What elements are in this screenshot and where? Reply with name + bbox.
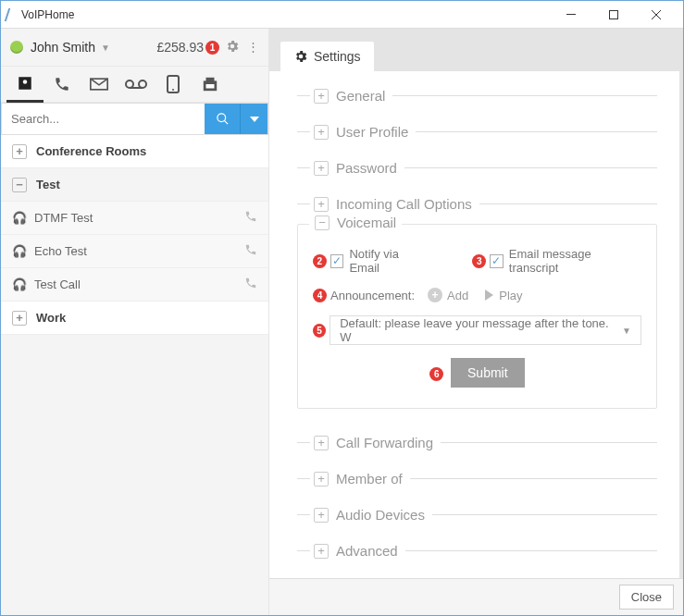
section-user-profile[interactable]: +User Profile xyxy=(297,124,657,140)
group-conference-rooms[interactable]: + Conference Rooms xyxy=(1,135,268,168)
section-general[interactable]: +General xyxy=(297,88,657,104)
chevron-down-icon: ▼ xyxy=(622,326,631,336)
section-password[interactable]: +Password xyxy=(297,160,657,176)
svg-rect-11 xyxy=(206,78,215,82)
callout-3: 3 xyxy=(472,254,486,268)
minimize-button[interactable] xyxy=(550,1,592,28)
balance-value: £258.93 xyxy=(156,40,204,55)
search-input[interactable] xyxy=(2,104,205,134)
contact-echo-test[interactable]: 🎧 Echo Test xyxy=(1,235,268,268)
contact-label: Test Call xyxy=(34,277,81,291)
presence-indicator-icon[interactable] xyxy=(10,41,23,54)
headset-icon: 🎧 xyxy=(12,211,27,225)
svg-line-14 xyxy=(224,120,228,124)
svg-point-6 xyxy=(139,80,146,88)
dropdown-value: Default: please leave your message after… xyxy=(340,316,622,344)
search-row xyxy=(1,103,268,135)
phone-icon[interactable] xyxy=(244,210,257,226)
contact-label: DTMF Test xyxy=(34,211,93,225)
callout-6: 6 xyxy=(429,367,443,381)
search-filter-button[interactable] xyxy=(240,104,267,134)
callout-1: 1 xyxy=(205,41,219,55)
group-label: Work xyxy=(36,311,66,325)
svg-rect-0 xyxy=(566,14,576,15)
svg-rect-1 xyxy=(610,10,618,18)
section-call-forwarding[interactable]: +Call Forwarding xyxy=(297,435,657,450)
phone-icon[interactable] xyxy=(244,243,257,259)
footer: Close xyxy=(269,578,683,615)
sidebar: John Smith ▼ £258.93 1 ⋮ + Conference Ro… xyxy=(1,29,269,615)
user-menu-chevron-icon[interactable]: ▼ xyxy=(101,43,110,53)
section-incoming-call[interactable]: +Incoming Call Options xyxy=(297,196,657,212)
svg-point-13 xyxy=(217,114,225,122)
group-label: Test xyxy=(36,178,60,191)
voicemail-tab-icon[interactable] xyxy=(118,66,155,103)
group-label: Conference Rooms xyxy=(36,144,146,158)
voicemail-header[interactable]: −Voicemail xyxy=(309,215,402,230)
plus-icon: + xyxy=(428,288,442,302)
play-icon xyxy=(485,290,493,301)
tab-settings[interactable]: Settings xyxy=(280,42,374,71)
collapse-icon: − xyxy=(12,178,27,192)
tab-label: Settings xyxy=(314,49,361,64)
expand-icon: + xyxy=(12,144,27,159)
callout-2: 2 xyxy=(313,254,327,268)
group-test[interactable]: − Test xyxy=(1,168,268,202)
callout-4: 4 xyxy=(313,289,327,302)
calls-tab-icon[interactable] xyxy=(44,66,81,103)
more-menu-icon[interactable]: ⋮ xyxy=(247,45,259,49)
mobile-tab-icon[interactable] xyxy=(155,66,192,103)
announcement-label: Announcement: xyxy=(330,289,415,302)
svg-rect-12 xyxy=(206,84,215,89)
svg-point-3 xyxy=(23,80,28,84)
submit-button[interactable]: Submit xyxy=(451,358,525,388)
app-title: VoIPHome xyxy=(21,8,74,21)
search-button[interactable] xyxy=(205,104,240,134)
headset-icon: 🎧 xyxy=(12,277,27,291)
contact-test-call[interactable]: 🎧 Test Call xyxy=(1,268,268,302)
transcript-checkbox[interactable]: ✓ xyxy=(490,254,504,268)
contact-dtmf-test[interactable]: 🎧 DTMF Test xyxy=(1,202,268,235)
section-member-of[interactable]: +Member of xyxy=(297,471,657,487)
settings-gear-icon[interactable] xyxy=(225,39,240,56)
app-icon xyxy=(5,8,19,21)
expand-icon: + xyxy=(12,311,27,326)
callout-5: 5 xyxy=(313,324,326,338)
section-audio-devices[interactable]: +Audio Devices xyxy=(297,507,657,523)
title-bar: VoIPHome xyxy=(1,1,683,29)
announcement-select[interactable]: Default: please leave your message after… xyxy=(330,315,641,345)
gear-icon xyxy=(293,49,308,64)
section-voicemail: −Voicemail 2 ✓ Notify via Email 3 ✓ Emai… xyxy=(297,224,657,409)
close-button[interactable]: Close xyxy=(619,585,674,610)
messages-tab-icon[interactable] xyxy=(81,66,118,103)
section-advanced[interactable]: +Advanced xyxy=(297,543,657,559)
phone-icon[interactable] xyxy=(244,277,257,292)
close-window-button[interactable] xyxy=(635,1,678,28)
notify-email-checkbox[interactable]: ✓ xyxy=(330,254,344,268)
svg-point-5 xyxy=(126,80,133,88)
nav-tabs xyxy=(1,66,268,103)
main-panel: Settings +General +User Profile +Passwor… xyxy=(269,29,683,615)
settings-panel[interactable]: +General +User Profile +Password +Incomi… xyxy=(269,71,679,578)
play-announcement-button[interactable]: Play xyxy=(485,289,522,302)
svg-point-9 xyxy=(172,89,174,91)
user-name[interactable]: John Smith xyxy=(31,40,95,55)
transcript-label: Email message transcript xyxy=(509,247,641,275)
notify-email-label: Notify via Email xyxy=(349,247,430,275)
contacts-tab-icon[interactable] xyxy=(6,66,44,103)
contact-label: Echo Test xyxy=(34,244,87,258)
fax-tab-icon[interactable] xyxy=(192,66,229,103)
group-work[interactable]: + Work xyxy=(1,302,268,335)
headset-icon: 🎧 xyxy=(12,244,27,258)
maximize-button[interactable] xyxy=(592,1,635,28)
add-announcement-button[interactable]: +Add xyxy=(428,288,468,302)
